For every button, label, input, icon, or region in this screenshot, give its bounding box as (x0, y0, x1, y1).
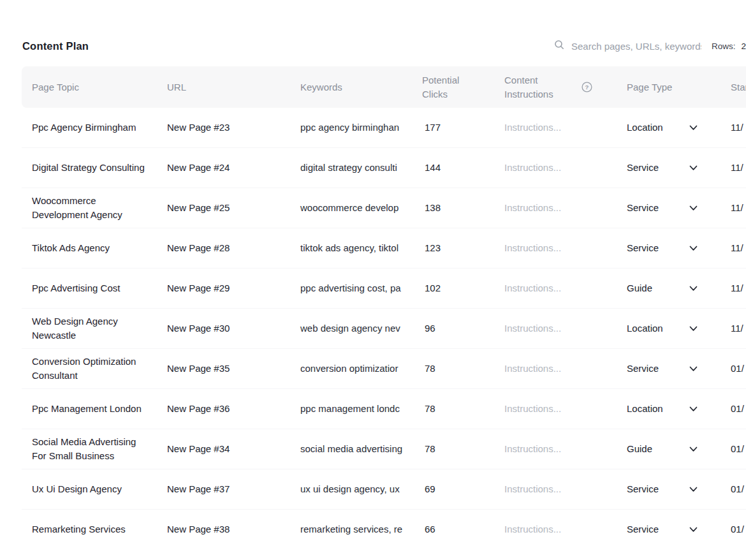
url-cell[interactable]: New Page #25 (157, 196, 290, 221)
page-title: Content Plan (22, 40, 89, 52)
page-type-value: Service (627, 482, 659, 497)
help-icon[interactable]: ? (581, 82, 592, 92)
table-row: Ppc Agency Birmingham New Page #23 ppc a… (22, 108, 746, 148)
start-date-cell: 11/ (720, 196, 746, 221)
potential-clicks-cell: 138 (412, 196, 494, 221)
instructions-input[interactable]: Instructions... (494, 397, 617, 422)
instructions-input[interactable]: Instructions... (494, 236, 617, 261)
table-row: Conversion Optimization Consultant New P… (22, 349, 746, 389)
instructions-input[interactable]: Instructions... (494, 477, 617, 502)
page-topic-cell[interactable]: Woocommerce Development Agency (22, 189, 157, 228)
start-date-cell: 11/ (720, 276, 746, 301)
svg-text:?: ? (585, 84, 589, 91)
instructions-input[interactable]: Instructions... (494, 357, 617, 381)
column-header-url: URL (157, 80, 290, 94)
chevron-down-icon (689, 286, 698, 291)
instructions-input[interactable]: Instructions... (494, 156, 617, 181)
start-date-cell: 11/ (720, 316, 746, 341)
url-cell[interactable]: New Page #34 (157, 437, 290, 462)
page-topic-cell[interactable]: Social Media Advertising For Small Busin… (22, 430, 157, 469)
chevron-down-icon (689, 366, 698, 372)
page-type-select[interactable]: Service (617, 156, 720, 181)
instructions-input[interactable]: Instructions... (494, 316, 617, 341)
search-input[interactable] (570, 40, 703, 52)
potential-clicks-cell: 78 (412, 397, 494, 422)
page-type-select[interactable]: Service (617, 357, 720, 381)
column-header-content-instructions: Content Instructions ? (494, 73, 617, 101)
potential-clicks-cell: 144 (412, 156, 494, 181)
keywords-cell: conversion optimizatior (290, 357, 412, 381)
content-plan-table: Page Topic URL Keywords Potential Clicks… (22, 66, 746, 550)
search-box[interactable] (554, 40, 703, 52)
url-cell[interactable]: New Page #38 (157, 517, 290, 542)
start-date-cell: 01/ (720, 477, 746, 502)
page-topic-cell[interactable]: Ppc Agency Birmingham (22, 115, 157, 140)
url-cell[interactable]: New Page #23 (157, 115, 290, 140)
page-topic-cell[interactable]: Tiktok Ads Agency (22, 236, 157, 261)
page-topic-cell[interactable]: Conversion Optimization Consultant (22, 350, 157, 388)
page-type-value: Location (627, 321, 663, 336)
chevron-down-icon (689, 246, 698, 251)
toolbar: Rows: 2 (554, 40, 746, 52)
table-row: Social Media Advertising For Small Busin… (22, 429, 746, 469)
page-topic-cell[interactable]: Web Design Agency Newcastle (22, 309, 157, 348)
start-date-cell: 11/ (720, 115, 746, 140)
potential-clicks-cell: 102 (412, 276, 494, 301)
instructions-input[interactable]: Instructions... (494, 196, 617, 221)
url-cell[interactable]: New Page #36 (157, 397, 290, 422)
potential-clicks-cell: 78 (412, 437, 494, 462)
instructions-input[interactable]: Instructions... (494, 115, 617, 140)
start-date-cell: 01/ (720, 517, 746, 542)
page-type-value: Service (627, 362, 659, 376)
keywords-cell: web design agency nev (290, 316, 412, 341)
instructions-input[interactable]: Instructions... (494, 437, 617, 462)
keywords-cell: ux ui design agency, ux (290, 477, 412, 502)
keywords-cell: woocommerce develop (290, 196, 412, 221)
url-cell[interactable]: New Page #28 (157, 236, 290, 261)
page-type-select[interactable]: Service (617, 517, 720, 542)
page-type-select[interactable]: Guide (617, 276, 720, 301)
chevron-down-icon (689, 406, 698, 412)
page-type-select[interactable]: Location (617, 115, 720, 140)
instructions-input[interactable]: Instructions... (494, 517, 617, 542)
column-header-page-topic: Page Topic (22, 80, 157, 94)
start-date-cell: 11/ (720, 236, 746, 261)
page-topic-cell[interactable]: Digital Strategy Consulting (22, 156, 157, 181)
column-header-potential-clicks: Potential Clicks (412, 73, 488, 101)
rows-per-page-value[interactable]: 2 (741, 41, 746, 51)
keywords-cell: tiktok ads agency, tiktol (290, 236, 412, 261)
column-header-start-date: Start Date (720, 80, 746, 94)
potential-clicks-cell: 78 (412, 357, 494, 381)
url-cell[interactable]: New Page #35 (157, 357, 290, 381)
table-row: Ux Ui Design Agency New Page #37 ux ui d… (22, 469, 746, 510)
table-row: Ppc Advertising Cost New Page #29 ppc ad… (22, 269, 746, 309)
start-date-cell: 11/ (720, 156, 746, 181)
page-type-value: Location (627, 121, 663, 135)
instructions-input[interactable]: Instructions... (494, 276, 617, 301)
page-topic-cell[interactable]: Ux Ui Design Agency (22, 477, 157, 502)
keywords-cell: social media advertising (290, 437, 412, 462)
page-type-value: Service (627, 241, 659, 256)
chevron-down-icon (689, 326, 698, 332)
page-type-select[interactable]: Location (617, 397, 720, 422)
url-cell[interactable]: New Page #37 (157, 477, 290, 502)
page-topic-cell[interactable]: Ppc Management London (22, 397, 157, 422)
potential-clicks-cell: 96 (412, 316, 494, 341)
page-type-value: Service (627, 522, 659, 537)
content-instructions-label: Content Instructions (504, 73, 568, 101)
page-type-select[interactable]: Guide (617, 437, 720, 462)
page-type-value: Service (627, 161, 659, 175)
column-header-keywords: Keywords (290, 80, 412, 94)
page-type-select[interactable]: Location (617, 316, 720, 341)
page-topic-cell[interactable]: Remarketing Services (22, 517, 157, 542)
chevron-down-icon (689, 125, 698, 131)
page-type-select[interactable]: Service (617, 477, 720, 502)
url-cell[interactable]: New Page #29 (157, 276, 290, 301)
table-row: Web Design Agency Newcastle New Page #30… (22, 309, 746, 349)
page-type-select[interactable]: Service (617, 196, 720, 221)
chevron-down-icon (689, 446, 698, 452)
page-type-select[interactable]: Service (617, 236, 720, 261)
url-cell[interactable]: New Page #30 (157, 316, 290, 341)
url-cell[interactable]: New Page #24 (157, 156, 290, 181)
page-topic-cell[interactable]: Ppc Advertising Cost (22, 276, 157, 301)
